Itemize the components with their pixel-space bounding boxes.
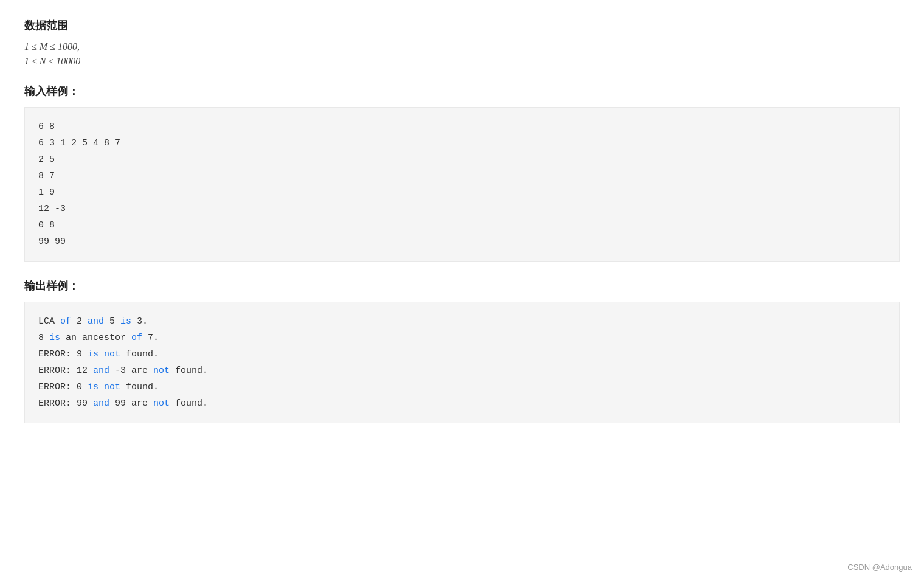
keyword-not-3: not: [104, 382, 120, 392]
keyword-is-2: is: [49, 333, 60, 343]
keyword-is-3: is: [88, 349, 98, 359]
output-line-1: LCA of 2 and 5 is 3.: [38, 313, 886, 330]
output-line-2: 8 is an ancestor of 7.: [38, 330, 886, 346]
csdn-watermark: CSDN @Adongua: [847, 563, 912, 572]
math-line-2: 1 ≤ N ≤ 10000: [24, 56, 900, 67]
input-line-3: 2 5: [38, 151, 886, 168]
keyword-not-1: not: [104, 349, 120, 359]
keyword-and-3: and: [93, 398, 109, 409]
keyword-of-1: of: [60, 316, 71, 327]
keyword-is-4: is: [88, 382, 98, 392]
input-line-1: 6 8: [38, 119, 886, 135]
keyword-of-2: of: [131, 333, 142, 343]
output-sample-section: 输出样例： LCA of 2 and 5 is 3. 8 is an ances…: [24, 279, 900, 423]
output-line-3: ERROR: 9 is not found.: [38, 346, 886, 362]
math-line-1: 1 ≤ M ≤ 1000,: [24, 41, 900, 52]
input-code-block: 6 8 6 3 1 2 5 4 8 7 2 5 8 7 1 9 12 -3 0 …: [24, 107, 900, 262]
input-sample-section: 输入样例： 6 8 6 3 1 2 5 4 8 7 2 5 8 7 1 9 12…: [24, 84, 900, 262]
data-range-section: 数据范围 1 ≤ M ≤ 1000, 1 ≤ N ≤ 10000: [24, 18, 900, 67]
input-line-8: 99 99: [38, 234, 886, 250]
keyword-and-1: and: [88, 316, 104, 327]
input-line-2: 6 3 1 2 5 4 8 7: [38, 135, 886, 151]
keyword-is-1: is: [120, 316, 131, 327]
input-line-5: 1 9: [38, 184, 886, 201]
keyword-and-2: and: [93, 366, 109, 376]
input-line-7: 0 8: [38, 217, 886, 234]
keyword-not-2: not: [153, 366, 170, 376]
keyword-not-4: not: [153, 398, 170, 409]
output-line-6: ERROR: 99 and 99 are not found.: [38, 395, 886, 412]
input-sample-title: 输入样例：: [24, 84, 900, 99]
input-line-4: 8 7: [38, 168, 886, 184]
output-line-5: ERROR: 0 is not found.: [38, 379, 886, 395]
data-range-title: 数据范围: [24, 18, 900, 33]
output-sample-title: 输出样例：: [24, 279, 900, 293]
output-code-block: LCA of 2 and 5 is 3. 8 is an ancestor of…: [24, 302, 900, 423]
input-line-6: 12 -3: [38, 201, 886, 217]
output-line-4: ERROR: 12 and -3 are not found.: [38, 362, 886, 379]
